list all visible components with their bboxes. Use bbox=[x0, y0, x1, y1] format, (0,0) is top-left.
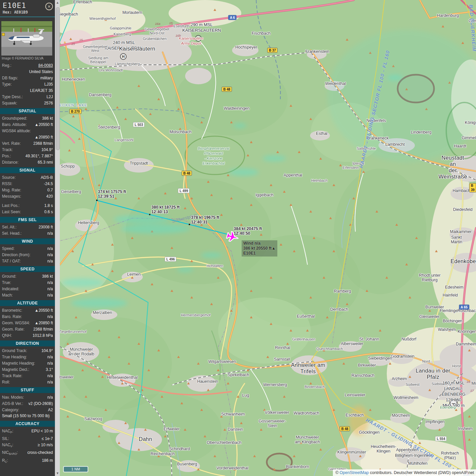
data-label: Mach: bbox=[2, 293, 13, 298]
data-label: RC: bbox=[2, 458, 8, 464]
peak-icon bbox=[171, 290, 173, 292]
peak-icon bbox=[78, 428, 81, 431]
hex-label: Hex: bbox=[3, 10, 12, 15]
peak-icon bbox=[75, 316, 77, 318]
data-row: Msg. Rate:0.7 bbox=[0, 187, 55, 193]
map[interactable]: HH ErfenbachSiegelbachMorlauternWiesenth… bbox=[60, 0, 476, 476]
trail-point[interactable] bbox=[96, 200, 98, 201]
hex-value: AE01B9 bbox=[14, 10, 28, 15]
close-icon[interactable]: ✕ bbox=[45, 3, 53, 10]
data-row: SIL:≤ 1e-7 bbox=[0, 435, 55, 442]
data-value: n/a bbox=[47, 373, 53, 378]
peak-icon bbox=[227, 174, 229, 176]
data-label: True Heading: bbox=[2, 354, 27, 360]
data-label: Baro. Rate: bbox=[2, 314, 22, 319]
landuse-layer bbox=[60, 0, 476, 476]
peak-icon bbox=[309, 118, 312, 120]
peak-icon bbox=[214, 455, 216, 457]
data-value: n/a bbox=[47, 395, 53, 400]
data-row: LEARJET 35 bbox=[0, 87, 55, 94]
data-row: Category:A2 bbox=[0, 407, 55, 413]
data-label: Track: bbox=[2, 147, 13, 152]
peak-icon bbox=[461, 42, 464, 44]
data-label: RSSI: bbox=[2, 181, 12, 186]
peak-icon bbox=[66, 415, 69, 417]
data-row: WGS84 altitude: bbox=[0, 128, 55, 134]
section-header: ALTITUDE bbox=[0, 300, 55, 306]
scrollbar-thumb[interactable] bbox=[56, 7, 60, 150]
peak-icon bbox=[190, 296, 193, 298]
peak-icon bbox=[290, 204, 292, 206]
peak-icon bbox=[220, 415, 223, 417]
data-value: n/a bbox=[47, 252, 53, 258]
data-row: RC:186 m bbox=[0, 457, 55, 465]
peak-icon bbox=[333, 409, 335, 411]
peak-icon bbox=[270, 184, 272, 186]
data-row: ▲20850 ft bbox=[0, 134, 55, 140]
attribution-prefix: © bbox=[336, 470, 340, 475]
peak-icon bbox=[298, 151, 300, 153]
data-label: DB flags: bbox=[2, 75, 18, 81]
aircraft-photo[interactable] bbox=[1, 21, 52, 56]
peak-icon bbox=[85, 108, 87, 110]
data-value: United States bbox=[29, 69, 53, 74]
data-value: EPU < 10 m bbox=[31, 428, 53, 435]
peak-icon bbox=[329, 217, 332, 219]
data-value: 0.7 bbox=[47, 187, 53, 193]
data-row: NICBARO:cross-checked bbox=[0, 450, 55, 457]
scroll-down-icon[interactable]: ▼ bbox=[56, 472, 59, 475]
data-label: Magnetic Heading: bbox=[2, 361, 35, 366]
data-row: Pos.:49.301°, 7.887° bbox=[0, 153, 55, 159]
data-row: Ground:386 kt bbox=[0, 273, 55, 279]
data-value: 3.1° bbox=[46, 367, 53, 372]
peak-icon bbox=[157, 98, 160, 100]
openstreetmap-link[interactable]: OpenStreetMap bbox=[339, 470, 369, 475]
peak-icon bbox=[309, 210, 312, 213]
peak-icon bbox=[369, 52, 372, 54]
trail-point[interactable] bbox=[149, 214, 150, 215]
registration-link[interactable]: 84-0083 bbox=[38, 63, 53, 68]
data-row: Baro. Altitude:▲20550 ft bbox=[0, 121, 55, 128]
peak-icon bbox=[217, 369, 219, 371]
peak-icon bbox=[290, 104, 292, 107]
data-value: 186 m bbox=[42, 458, 53, 464]
data-label: Sel. Head.: bbox=[2, 231, 21, 236]
data-value: L2J bbox=[47, 94, 53, 99]
trail-point[interactable] bbox=[189, 224, 190, 225]
peak-icon bbox=[240, 422, 243, 424]
data-note: Small (15 500 to 75 000 lb) bbox=[0, 413, 55, 419]
peak-icon bbox=[280, 435, 282, 437]
tar1090-app: E10E1 ✕ Hex: AE01B9 bbox=[0, 0, 476, 476]
data-row: Nav. Modes:n/a bbox=[0, 394, 55, 400]
data-row: Indicated:n/a bbox=[0, 286, 55, 292]
attribution-suffix: contributors. Deutscher Wetterdienst (DW… bbox=[369, 470, 474, 475]
section-header: FMS SEL bbox=[0, 217, 55, 223]
data-value: n/a bbox=[47, 293, 53, 298]
peak-icon bbox=[293, 455, 296, 457]
data-value: 1012.8 hPa bbox=[33, 333, 53, 338]
peak-icon bbox=[124, 118, 127, 120]
data-label: Msg. Rate: bbox=[2, 187, 21, 193]
aircraft-callsign: E10E1 bbox=[3, 1, 52, 10]
data-row: Barometric:▲20550 ft bbox=[0, 307, 55, 313]
data-value: ≥ 10 m/s bbox=[38, 442, 53, 449]
data-label: TAT / OAT: bbox=[2, 258, 20, 264]
peak-icon bbox=[81, 177, 84, 179]
data-value: 386 kt bbox=[42, 116, 53, 121]
scroll-up-icon[interactable]: ▲ bbox=[56, 1, 59, 4]
aircraft-hex: Hex: AE01B9 bbox=[3, 10, 52, 15]
map-attribution: © OpenStreetMap contributors. Deutscher … bbox=[333, 469, 476, 476]
svg-text:H: H bbox=[197, 36, 200, 40]
peak-icon bbox=[339, 164, 342, 166]
sidebar-scrollbar[interactable]: ▲ ▼ bbox=[55, 0, 60, 476]
peak-icon bbox=[283, 190, 286, 193]
section-header: DIRECTION bbox=[0, 340, 55, 346]
data-value: 104.9° bbox=[41, 147, 53, 152]
peak-icon bbox=[319, 157, 322, 160]
peak-icon bbox=[247, 154, 249, 156]
data-value: 104.9° bbox=[41, 348, 53, 353]
data-label: Sel. Alt.: bbox=[2, 224, 17, 230]
data-row: DB flags:military bbox=[0, 75, 55, 81]
data-row: Roll:n/a bbox=[0, 379, 55, 385]
section-header: ACCURACY bbox=[0, 421, 55, 427]
